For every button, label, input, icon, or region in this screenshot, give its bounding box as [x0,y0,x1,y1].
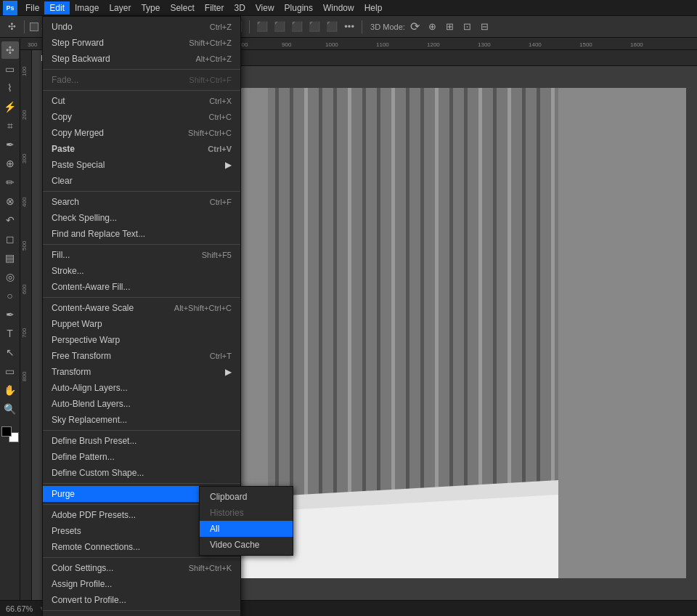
svg-text:1200: 1200 [427,41,440,48]
menu-3d[interactable]: 3D [229,1,250,15]
svg-text:1600: 1600 [630,41,643,48]
blur-tool[interactable]: ◎ [1,268,19,285]
menu-free-transform[interactable]: Free TransformCtrl+T [43,348,240,364]
menu-stroke[interactable]: Stroke... [43,263,240,279]
text-tool[interactable]: T [1,325,19,342]
menu-find-replace[interactable]: Find and Replace Text... [43,226,240,242]
menu-image[interactable]: Image [70,1,104,15]
menu-type[interactable]: Type [136,1,165,15]
menu-window[interactable]: Window [318,1,359,15]
color-swatches [1,426,19,442]
menu-auto-blend[interactable]: Auto-Blend Layers... [43,396,240,412]
crop-tool[interactable]: ⌗ [1,117,19,134]
toolbar-sep1 [24,20,25,33]
svg-text:600: 600 [21,284,28,294]
3d-pan-icon[interactable]: ⊕ [425,20,440,34]
sep4 [43,244,240,245]
shape-tool[interactable]: ▭ [1,362,19,380]
svg-text:500: 500 [21,240,28,251]
menu-color-settings[interactable]: Color Settings...Shift+Ctrl+K [43,560,240,576]
menu-perspective-warp[interactable]: Perspective Warp [43,332,240,348]
menu-select[interactable]: Select [165,1,199,15]
distribute-bottom-icon[interactable]: ⬛ [290,20,304,34]
menu-paste-special[interactable]: Paste Special▶ [43,157,240,173]
menu-undo[interactable]: UndoCtrl+Z [43,19,240,35]
menu-step-forward[interactable]: Step ForwardShift+Ctrl+Z [43,35,240,51]
menu-edit[interactable]: Edit [44,1,70,15]
menu-transform[interactable]: Transform▶ [43,364,240,380]
sep5 [43,297,240,298]
menu-file[interactable]: File [20,1,44,15]
history-brush-tool[interactable]: ↶ [1,211,19,229]
menu-fill[interactable]: Fill...Shift+F5 [43,247,240,263]
lasso-tool[interactable]: ⌇ [1,79,19,97]
menu-copy[interactable]: CopyCtrl+C [43,109,240,125]
menu-content-aware-fill[interactable]: Content-Aware Fill... [43,279,240,295]
3d-move-icon[interactable]: ⊡ [460,20,475,34]
sep9 [43,557,240,558]
purge-video-cache[interactable]: Video Cache [200,537,293,553]
path-select-tool[interactable]: ↖ [1,344,19,361]
foreground-color[interactable] [1,426,12,437]
sep1 [43,69,240,70]
purge-submenu: Clipboard Histories All Video Cache [199,486,293,556]
dodge-tool[interactable]: ○ [1,287,19,304]
svg-text:900: 900 [282,41,292,48]
menu-convert-profile[interactable]: Convert to Profile... [43,592,240,608]
more-options-icon[interactable]: ••• [342,20,356,34]
gradient-tool[interactable]: ▤ [1,249,19,267]
menu-layer[interactable]: Layer [104,1,136,15]
eraser-tool[interactable]: ◻ [1,230,19,248]
3d-mode-label: 3D Mode: [370,23,405,31]
menu-puppet-warp[interactable]: Puppet Warp [43,316,240,332]
zoom-tool[interactable]: 🔍 [1,400,19,418]
purge-all[interactable]: All [200,521,293,537]
menu-keyboard-shortcuts[interactable]: Keyboard Shortcuts...Alt+Shift+Ctrl+K [43,613,240,616]
brush-tool[interactable]: ✏ [1,174,19,191]
menu-assign-profile[interactable]: Assign Profile... [43,576,240,592]
menu-step-backward[interactable]: Step BackwardAlt+Ctrl+Z [43,51,240,67]
select-tool[interactable]: ▭ [1,60,19,78]
menu-define-brush[interactable]: Define Brush Preset... [43,433,240,449]
svg-text:1300: 1300 [478,41,491,48]
menu-cut[interactable]: CutCtrl+X [43,93,240,109]
move-tool[interactable]: ✣ [1,41,19,59]
3d-rotate-icon[interactable]: ⟳ [408,20,423,34]
menu-plugins[interactable]: Plugins [280,1,318,15]
hand-tool[interactable]: ✋ [1,381,19,399]
sep6 [43,430,240,431]
menu-help[interactable]: Help [359,1,388,15]
distribute-left-icon[interactable]: ⬛ [307,20,322,34]
transform-controls-checkbox[interactable] [30,23,38,31]
menu-fade: Fade...Shift+Ctrl+F [43,72,240,88]
sep3 [43,191,240,192]
menu-filter[interactable]: Filter [200,1,229,15]
pen-tool[interactable]: ✒ [1,306,19,323]
3d-zoom-icon[interactable]: ⊞ [443,20,457,34]
clone-tool[interactable]: ⊗ [1,192,19,210]
distribute-horiz-icon[interactable]: ⬛ [325,20,339,34]
menu-sky-replacement[interactable]: Sky Replacement... [43,412,240,428]
svg-text:400: 400 [21,197,28,207]
menu-copy-merged[interactable]: Copy MergedShift+Ctrl+C [43,125,240,141]
distribute-top-icon[interactable]: ⬛ [255,20,269,34]
menu-search[interactable]: SearchCtrl+F [43,194,240,210]
toolbar-sep4 [362,20,362,33]
tools-panel: ✣ ▭ ⌇ ⚡ ⌗ ✒ ⊕ ✏ ⊗ ↶ ◻ ▤ ◎ ○ ✒ T ↖ ▭ ✋ 🔍 [0,38,20,600]
distribute-vert-icon[interactable]: ⬛ [272,20,287,34]
eyedropper-tool[interactable]: ✒ [1,136,19,153]
menu-clear[interactable]: Clear [43,173,240,189]
menu-content-aware-scale[interactable]: Content-Aware ScaleAlt+Shift+Ctrl+C [43,300,240,316]
menu-check-spelling[interactable]: Check Spelling... [43,210,240,226]
purge-clipboard[interactable]: Clipboard [200,489,293,505]
quick-select-tool[interactable]: ⚡ [1,98,19,115]
healing-tool[interactable]: ⊕ [1,155,19,172]
svg-text:800: 800 [21,371,28,381]
menu-define-shape[interactable]: Define Custom Shape... [43,465,240,481]
menu-auto-align[interactable]: Auto-Align Layers... [43,380,240,396]
menu-paste[interactable]: PasteCtrl+V [43,141,240,157]
menu-define-pattern[interactable]: Define Pattern... [43,449,240,465]
menu-view[interactable]: View [250,1,280,15]
3d-extra-icon[interactable]: ⊟ [478,20,492,34]
vertical-ruler: 100 200 300 400 500 600 700 800 [20,50,32,600]
